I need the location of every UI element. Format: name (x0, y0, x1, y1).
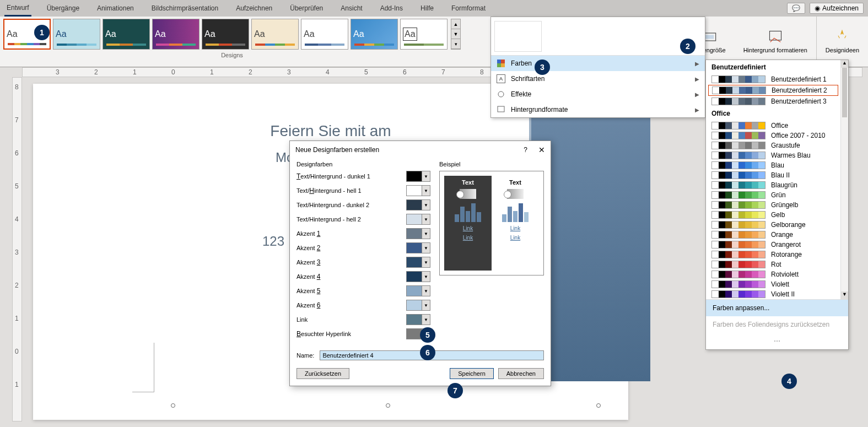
dialog-colors-column: Designfarben Text/Hintergrund - dunkel 1… (296, 161, 430, 343)
color-scheme-item[interactable]: Graustufe (706, 140, 840, 150)
colors-scrollbar[interactable]: ▲▼ (840, 60, 848, 299)
step-badge-6: 6 (420, 345, 435, 360)
variants-fonts-item[interactable]: A Schriftarten ▶ (491, 71, 705, 87)
reset-button[interactable]: Zurücksetzen (296, 368, 349, 379)
design-thumb-6[interactable]: Aa (251, 19, 299, 50)
tab-addins[interactable]: Add-Ins (378, 1, 405, 15)
color-scheme-item[interactable]: Office 2007 - 2010 (706, 131, 840, 140)
color-scheme-item[interactable]: Warmes Blau (706, 150, 840, 160)
color-dropdown[interactable]: ▼ (406, 257, 430, 268)
color-dropdown[interactable]: ▼ (406, 228, 430, 239)
color-dropdown[interactable]: ▼ (406, 214, 430, 225)
design-thumb-3[interactable]: Aa (103, 19, 150, 50)
color-row: Akzent 5▼ (296, 285, 430, 296)
preview-text-dark: Text (462, 179, 474, 186)
color-dropdown[interactable]: ▼ (406, 271, 430, 282)
color-scheme-item[interactable]: Violett II (706, 289, 840, 299)
flyout-more[interactable]: ⋯ (706, 333, 848, 349)
design-thumb-8[interactable]: Aa (351, 19, 398, 50)
slide-placeholder[interactable] (132, 343, 154, 392)
tab-hilfe[interactable]: Hilfe (418, 1, 436, 15)
tab-uebergaenge[interactable]: Übergänge (45, 1, 82, 15)
tab-aufzeichnen[interactable]: Aufzeichnen (234, 1, 274, 15)
color-scheme-label: Graustufe (771, 142, 800, 149)
name-label: Name: (296, 352, 314, 359)
reset-colors-button[interactable]: Farben des Foliendesigns zurücksetzen (706, 316, 848, 333)
step-badge-4: 4 (781, 374, 797, 389)
color-scheme-item[interactable]: Rot (706, 260, 840, 269)
color-row: Akzent 3▼ (296, 257, 430, 268)
design-thumb-2[interactable]: Aa (53, 19, 100, 50)
preview-bars-icon (502, 202, 529, 222)
comment-icon: 💬 (792, 4, 800, 12)
ribbon-tabs: Entwurf Übergänge Animationen Bildschirm… (0, 0, 868, 17)
variants-colors-label: Farben (511, 60, 532, 67)
color-scheme-item[interactable]: Gelb (706, 210, 840, 220)
color-scheme-item[interactable]: Violett (706, 279, 840, 289)
comments-button[interactable]: 💬 (787, 3, 805, 14)
selection-handles[interactable] (171, 403, 601, 408)
color-dropdown[interactable]: ▼ (406, 242, 430, 253)
designs-scroll[interactable]: ▲▼▾ (451, 19, 461, 50)
color-dropdown[interactable]: ▼ (406, 185, 430, 196)
record-button[interactable]: ◉Aufzeichnen (810, 3, 864, 14)
color-scheme-label: Grüngelb (771, 201, 798, 209)
color-scheme-label: Violett II (771, 290, 795, 298)
color-scheme-item[interactable]: Rotviolett (706, 269, 840, 279)
tab-animationen[interactable]: Animationen (95, 1, 136, 15)
color-scheme-item[interactable]: Gelborange (706, 220, 840, 230)
color-scheme-item[interactable]: Orangerot (706, 240, 840, 250)
color-scheme-item[interactable]: Benutzerdefiniert 3 (706, 96, 840, 106)
color-scheme-item[interactable]: Grün (706, 190, 840, 200)
design-thumb-7[interactable]: Aa (301, 19, 348, 50)
dialog-close-button[interactable]: ✕ (538, 145, 545, 154)
color-row-label: Text/Hintergrund - dunkel 1 (296, 172, 403, 180)
save-button[interactable]: Speichern (450, 368, 494, 379)
customize-colors-button[interactable]: Farben anpassen... (706, 300, 848, 316)
color-scheme-item[interactable]: Grüngelb (706, 200, 840, 210)
color-scheme-item[interactable]: Blaugrün (706, 180, 840, 190)
color-scheme-item[interactable]: Blau II (706, 170, 840, 180)
tab-formformat[interactable]: Formformat (449, 1, 488, 15)
design-thumb-5[interactable]: Aa (202, 19, 249, 50)
variants-effects-item[interactable]: Effekte ▶ (491, 87, 705, 102)
tab-ansicht[interactable]: Ansicht (338, 1, 364, 15)
color-row-label: Text/Hintergrund - hell 1 (296, 187, 403, 194)
color-dropdown[interactable]: ▼ (406, 171, 430, 182)
color-dropdown[interactable]: ▼ (406, 300, 430, 311)
color-scheme-item[interactable]: Benutzerdefiniert 1 (706, 74, 840, 84)
color-scheme-item[interactable]: Rotorange (706, 250, 840, 260)
color-scheme-item[interactable]: Blau (706, 160, 840, 170)
cancel-button[interactable]: Abbrechen (498, 368, 544, 379)
color-scheme-label: Benutzerdefiniert 1 (771, 75, 827, 83)
color-row: Akzent 2▼ (296, 242, 430, 253)
color-scheme-item[interactable]: Orange (706, 230, 840, 240)
tab-bildschirm[interactable]: Bildschirmpräsentation (149, 1, 220, 15)
tab-ueberpruefen[interactable]: Überprüfen (288, 1, 325, 15)
chevron-right-icon: ▶ (695, 76, 699, 82)
color-scheme-item[interactable]: Benutzerdefiniert 2 (708, 85, 838, 96)
step-badge-3: 3 (535, 60, 550, 75)
variants-preview (491, 17, 705, 56)
office-header: Office (706, 106, 840, 121)
variants-bg-label: Hintergrundformate (511, 106, 568, 113)
tab-entwurf[interactable]: Entwurf (4, 1, 31, 17)
dialog-help-button[interactable]: ? (524, 146, 527, 154)
color-scheme-item[interactable]: Office (706, 121, 840, 131)
variants-colors-item[interactable]: Farben ▶ (491, 56, 705, 71)
record-icon: ◉ (815, 4, 820, 12)
color-dropdown[interactable]: ▼ (406, 199, 430, 210)
color-scheme-label: Blau II (771, 171, 790, 179)
design-thumb-4[interactable]: Aa (152, 19, 200, 50)
variants-bg-item[interactable]: Hintergrundformate ▶ (491, 102, 705, 117)
color-row: Text/Hintergrund - dunkel 2▼ (296, 199, 430, 210)
color-row-label: Akzent 5 (296, 287, 403, 295)
variant-thumb[interactable] (494, 21, 542, 52)
design-thumb-9[interactable]: Aa (400, 19, 448, 50)
color-scheme-label: Grün (771, 191, 786, 199)
preview-dark: Text Link Link (444, 176, 492, 271)
chevron-right-icon: ▶ (695, 61, 699, 67)
color-dropdown[interactable]: ▼ (406, 314, 430, 325)
color-dropdown[interactable]: ▼ (406, 285, 430, 296)
step-badge-2: 2 (680, 39, 696, 54)
